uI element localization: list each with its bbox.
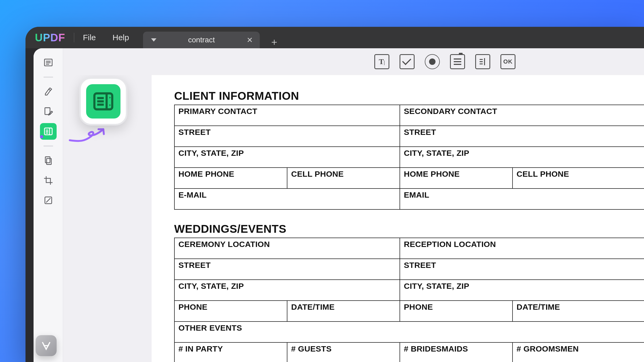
document-tab[interactable]: contract ✕ xyxy=(143,32,260,48)
list-box-tool[interactable] xyxy=(475,54,490,69)
field-street-ceremony[interactable]: STREET xyxy=(174,259,400,280)
text-field-tool[interactable]: T| xyxy=(374,54,389,69)
form-fields-callout xyxy=(79,77,127,125)
tab-dropdown-icon[interactable] xyxy=(151,38,156,42)
field-cellphone-primary[interactable]: CELL PHONE xyxy=(287,168,400,189)
edit-pdf-icon[interactable] xyxy=(40,103,57,120)
field-street-reception[interactable]: STREET xyxy=(400,259,644,280)
menu-help[interactable]: Help xyxy=(112,33,129,42)
field-datetime-reception[interactable]: DATE/TIME xyxy=(513,301,644,322)
checkbox-tool[interactable] xyxy=(400,54,415,69)
svg-rect-10 xyxy=(45,157,50,163)
form-fields-large-icon xyxy=(86,84,120,119)
field-reception-location[interactable]: RECEPTION LOCATION xyxy=(400,238,644,259)
separator xyxy=(74,33,74,42)
weddings-events-table: CEREMONY LOCATION RECEPTION LOCATION STR… xyxy=(174,238,644,362)
svg-rect-11 xyxy=(46,158,51,164)
section-heading-client-info: CLIENT INFORMATION xyxy=(174,90,644,102)
field-bridesmaids[interactable]: # BRIDESMAIDS xyxy=(400,342,513,362)
field-guests[interactable]: # GUESTS xyxy=(287,342,400,362)
field-in-party[interactable]: # IN PARTY xyxy=(174,342,287,362)
redact-icon[interactable] xyxy=(40,192,57,209)
separator xyxy=(43,146,53,146)
app-logo: UPDF xyxy=(35,32,65,44)
crop-icon[interactable] xyxy=(40,172,57,189)
field-other-events[interactable]: OTHER EVENTS xyxy=(174,322,644,342)
active-tool-indicator xyxy=(40,135,43,138)
app-window: UPDF File Help contract ✕ ＋ xyxy=(25,27,644,362)
field-primary-contact[interactable]: PRIMARY CONTACT xyxy=(174,105,400,126)
separator xyxy=(43,77,53,77)
field-email-primary[interactable]: E-MAIL xyxy=(174,189,400,209)
field-homephone-primary[interactable]: HOME PHONE xyxy=(174,168,287,189)
client-info-table: PRIMARY CONTACT SECONDARY CONTACT STREET… xyxy=(174,105,644,210)
field-secondary-contact[interactable]: SECONDARY CONTACT xyxy=(400,105,644,126)
dropdown-tool[interactable] xyxy=(450,54,465,69)
field-groomsmen[interactable]: # GROOMSMEN xyxy=(513,342,644,362)
workspace: T| OK xyxy=(34,48,644,362)
menu-file[interactable]: File xyxy=(83,33,96,42)
title-bar: UPDF File Help contract ✕ ＋ xyxy=(25,27,644,48)
reader-mode-icon[interactable] xyxy=(40,54,57,71)
organize-pages-icon[interactable] xyxy=(40,152,57,169)
form-toolbar: T| OK xyxy=(63,48,644,75)
desktop-background: UPDF File Help contract ✕ ＋ xyxy=(0,0,644,362)
field-homephone-secondary[interactable]: HOME PHONE xyxy=(400,168,513,189)
svg-line-13 xyxy=(46,198,50,202)
field-phone-ceremony[interactable]: PHONE xyxy=(174,301,287,322)
field-street-primary[interactable]: STREET xyxy=(174,126,400,147)
highlighter-icon[interactable] xyxy=(40,83,57,100)
tab-bar: contract ✕ ＋ xyxy=(143,27,281,48)
text-field-icon: T| xyxy=(379,57,385,66)
field-city-ceremony[interactable]: CITY, STATE, ZIP xyxy=(174,280,400,301)
field-city-primary[interactable]: CITY, STATE, ZIP xyxy=(174,147,400,168)
button-tool[interactable]: OK xyxy=(500,54,515,69)
field-city-reception[interactable]: CITY, STATE, ZIP xyxy=(400,280,644,301)
ai-assistant-button[interactable] xyxy=(36,335,57,356)
menu-bar: File Help xyxy=(83,33,129,42)
radio-button-tool[interactable] xyxy=(425,54,440,69)
field-datetime-ceremony[interactable]: DATE/TIME xyxy=(287,301,400,322)
document-viewport[interactable]: CLIENT INFORMATION PRIMARY CONTACT SECON… xyxy=(152,75,644,362)
document-page: CLIENT INFORMATION PRIMARY CONTACT SECON… xyxy=(152,75,644,362)
ok-button-icon: OK xyxy=(503,58,513,65)
field-cellphone-secondary[interactable]: CELL PHONE xyxy=(513,168,644,189)
field-email-secondary[interactable]: EMAIL xyxy=(400,189,644,209)
field-phone-reception[interactable]: PHONE xyxy=(400,301,513,322)
left-sidebar xyxy=(34,48,63,362)
field-ceremony-location[interactable]: CEREMONY LOCATION xyxy=(174,238,400,259)
section-heading-weddings-events: WEDDINGS/EVENTS xyxy=(174,223,644,235)
field-street-secondary[interactable]: STREET xyxy=(400,126,644,147)
close-icon[interactable]: ✕ xyxy=(247,36,253,45)
field-city-secondary[interactable]: CITY, STATE, ZIP xyxy=(400,147,644,168)
callout-arrow-icon xyxy=(68,125,119,144)
new-tab-button[interactable]: ＋ xyxy=(268,35,281,48)
tab-title: contract xyxy=(188,36,215,44)
